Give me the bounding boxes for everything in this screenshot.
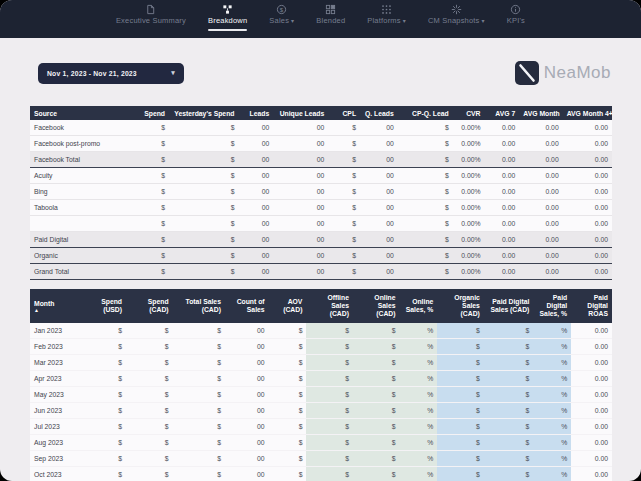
nav-tab-label: Sales▾ <box>269 16 294 26</box>
column-header[interactable]: Yesterday's Spend <box>169 106 238 120</box>
cell: $ <box>169 264 238 280</box>
cell: % <box>400 403 438 419</box>
cell: $ <box>484 339 533 355</box>
month-label: Aug 2023 <box>30 435 79 451</box>
monthly-table-body: Jan 2023$$$00$$$%$$%0.00Feb 2023$$$00$$$… <box>30 323 612 481</box>
column-header[interactable]: Leads <box>238 106 273 120</box>
cell: 0.00% <box>453 248 485 264</box>
column-header[interactable]: Offline Sales (CAD) <box>306 289 353 323</box>
cell: $ <box>173 451 225 467</box>
column-header[interactable]: CP-Q. Lead <box>398 106 453 120</box>
nav-tab-label: Breakdown <box>208 16 247 26</box>
cell: $ <box>306 435 353 451</box>
column-header[interactable]: Paid Digital Sales (CAD) <box>484 289 533 323</box>
cell: $ <box>128 152 169 168</box>
column-header[interactable]: Paid Digital Sales, % <box>533 289 571 323</box>
column-header[interactable]: Organic Sales (CAD) <box>437 289 484 323</box>
cell: $ <box>269 339 307 355</box>
column-header[interactable]: Spend (USD) <box>79 289 126 323</box>
table-row: Facebook$$0000$00$0.00%0.000.000.00 <box>30 120 612 136</box>
cell: 0.00 <box>571 371 612 387</box>
nav-tab-platforms[interactable]: Platforms▾ <box>367 4 406 31</box>
cell: 0.00 <box>563 232 612 248</box>
date-range-picker[interactable]: Nov 1, 2023 - Nov 21, 2023 ▾ <box>38 63 184 84</box>
monthly-table-header: Month▲Spend (USD)Spend (CAD)Total Sales … <box>30 289 612 323</box>
cell: $ <box>126 403 173 419</box>
cell: $ <box>169 248 238 264</box>
cell: % <box>533 323 571 339</box>
month-label: Jun 2023 <box>30 403 79 419</box>
cell: % <box>400 467 438 481</box>
cell: $ <box>169 152 238 168</box>
cell: 00 <box>238 264 273 280</box>
cell: $ <box>484 435 533 451</box>
cell: $ <box>128 232 169 248</box>
cell: % <box>533 467 571 481</box>
cell: $ <box>269 435 307 451</box>
month-label: Apr 2023 <box>30 371 79 387</box>
column-header[interactable]: Paid Digital ROAS <box>571 289 612 323</box>
cell: $ <box>173 371 225 387</box>
table-row: Facebook Total$$0000$00$0.00%0.000.000.0… <box>30 152 612 168</box>
table-row: Acuity$$0000$00$0.00%0.000.000.00 <box>30 168 612 184</box>
nav-tab-blended[interactable]: Blended <box>316 4 345 31</box>
column-header[interactable]: AVG Month <box>519 106 562 120</box>
cell: $ <box>484 371 533 387</box>
cell: $ <box>353 339 400 355</box>
cell: $ <box>437 451 484 467</box>
nav-tab-cm-snapshots[interactable]: CM Snapshots▾ <box>428 4 485 31</box>
column-header[interactable]: CPL <box>328 106 360 120</box>
cell: $ <box>306 323 353 339</box>
column-header[interactable]: AOV (CAD) <box>269 289 307 323</box>
cell: $ <box>173 467 225 481</box>
cell: % <box>533 339 571 355</box>
column-header[interactable]: AVG 7 <box>485 106 520 120</box>
nav-tab-kpi-s[interactable]: KPI's <box>507 4 525 31</box>
column-header[interactable]: Count of Sales <box>225 289 269 323</box>
nav-tab-sales[interactable]: $Sales▾ <box>269 4 294 31</box>
cell: 00 <box>225 419 269 435</box>
nav-tab-breakdown[interactable]: Breakdown <box>208 4 247 31</box>
column-header[interactable]: Total Sales (CAD) <box>173 289 225 323</box>
column-header[interactable]: Q. Leads <box>360 106 398 120</box>
source-label: Bing <box>30 184 128 200</box>
active-tab-underline <box>269 29 294 31</box>
cell: 00 <box>225 323 269 339</box>
cell: 0.00 <box>485 232 520 248</box>
cell: 0.00 <box>485 200 520 216</box>
cell: $ <box>128 216 169 232</box>
nav-tab-executive-summary[interactable]: Executive Summary <box>116 4 186 31</box>
cell: 00 <box>225 403 269 419</box>
cell: $ <box>306 355 353 371</box>
cell: % <box>533 371 571 387</box>
cell: 0.00 <box>485 152 520 168</box>
column-header[interactable]: Spend <box>128 106 169 120</box>
column-header[interactable]: Online Sales (CAD) <box>353 289 400 323</box>
cell: 00 <box>360 152 398 168</box>
cell: % <box>400 387 438 403</box>
cell: 0.00 <box>571 403 612 419</box>
column-header[interactable]: Month▲ <box>30 289 79 323</box>
cell: $ <box>306 387 353 403</box>
cell: $ <box>353 467 400 481</box>
active-tab-underline <box>428 29 485 31</box>
column-header[interactable]: Unique Leads <box>273 106 328 120</box>
cell: $ <box>173 387 225 403</box>
month-label: Mar 2023 <box>30 355 79 371</box>
active-tab-underline <box>316 29 345 31</box>
top-nav: Executive SummaryBreakdown$Sales▾Blended… <box>0 0 641 38</box>
column-header[interactable]: Spend (CAD) <box>126 289 173 323</box>
chevron-down-icon: ▾ <box>291 18 294 24</box>
table-row: Aug 2023$$$00$$$%$$%0.00 <box>30 435 612 451</box>
cell: 0.00 <box>571 435 612 451</box>
column-header[interactable]: Source <box>30 106 128 120</box>
cell: 0.00 <box>571 339 612 355</box>
cell: 0.00 <box>563 136 612 152</box>
cell: $ <box>398 168 453 184</box>
column-header[interactable]: CVR <box>453 106 485 120</box>
cell: 00 <box>238 120 273 136</box>
column-header[interactable]: Online Sales, % <box>400 289 438 323</box>
month-label: Sep 2023 <box>30 451 79 467</box>
column-header[interactable]: AVG Month 4+ <box>563 106 612 120</box>
source-label: Facebook post-promo <box>30 136 128 152</box>
